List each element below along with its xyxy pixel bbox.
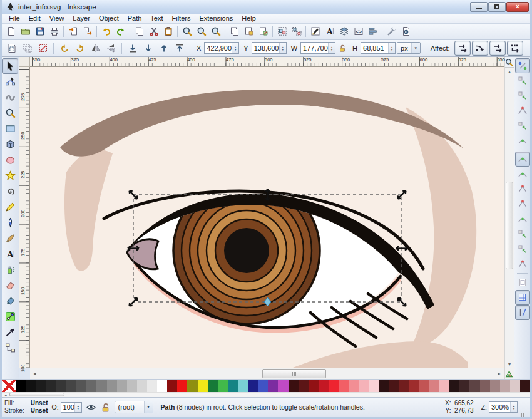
color-swatch[interactable]	[319, 380, 329, 392]
color-swatch[interactable]	[177, 380, 187, 392]
color-swatch[interactable]	[86, 380, 96, 392]
snap-bbox-edges-button[interactable]	[515, 88, 530, 103]
color-swatch[interactable]	[439, 380, 449, 392]
menu-path[interactable]: Path	[123, 14, 146, 23]
width-input[interactable]: 177,700▴▾	[300, 42, 335, 54]
color-swatch[interactable]	[248, 380, 258, 392]
zoom-to-page-button[interactable]	[208, 24, 223, 38]
color-swatch[interactable]	[490, 380, 500, 392]
new-document-button[interactable]	[4, 24, 18, 38]
color-swatch[interactable]	[339, 380, 349, 392]
tweak-tool-button[interactable]	[2, 90, 18, 105]
palette-scroll-left-arrow[interactable]: ◂	[2, 393, 9, 397]
color-swatch[interactable]	[208, 380, 218, 392]
swatch-none[interactable]	[2, 380, 16, 392]
opacity-input[interactable]: 100▴▾	[61, 402, 82, 413]
undo-button[interactable]	[99, 24, 113, 38]
color-swatch[interactable]	[76, 380, 86, 392]
maximize-button[interactable]	[488, 2, 506, 12]
cut-button[interactable]	[146, 24, 161, 38]
color-swatch[interactable]	[187, 380, 197, 392]
selector-tool-button[interactable]	[2, 58, 18, 74]
layer-selector[interactable]: (root)▼	[115, 401, 153, 413]
snap-bbox-edge-midpoints-button[interactable]	[515, 118, 530, 133]
zoom-to-drawing-button[interactable]	[194, 24, 208, 38]
raise-to-top-button[interactable]	[172, 41, 187, 55]
horizontal-scroll-thumb[interactable]	[262, 369, 326, 378]
connector-tool-button[interactable]	[2, 340, 18, 356]
zoom-input[interactable]: 300%▴▾	[489, 401, 518, 413]
paste-button[interactable]	[161, 24, 175, 38]
canvas[interactable]	[30, 67, 504, 368]
gradient-tool-button[interactable]	[2, 309, 18, 324]
color-swatch[interactable]	[459, 380, 469, 392]
box3d-tool-button[interactable]	[2, 137, 18, 152]
flip-horizontal-button[interactable]	[88, 41, 103, 55]
color-swatch[interactable]	[289, 380, 299, 392]
color-swatch[interactable]	[238, 380, 248, 392]
color-swatch[interactable]	[500, 380, 510, 392]
rotate-90-cw-button[interactable]	[73, 41, 87, 55]
color-swatch[interactable]	[268, 380, 278, 392]
menu-layer[interactable]: Layer	[68, 14, 95, 23]
color-swatch[interactable]	[520, 380, 530, 392]
snap-page-border-button[interactable]	[515, 275, 530, 290]
color-swatch[interactable]	[96, 380, 106, 392]
horizontal-scrollbar[interactable]: ◂ ▸	[30, 368, 504, 379]
color-swatch[interactable]	[117, 380, 127, 392]
select-all-button[interactable]	[4, 41, 19, 55]
pencil-tool-button[interactable]	[2, 199, 18, 215]
vertical-ruler[interactable]: 275250225200175150125100	[19, 67, 30, 368]
color-swatch[interactable]	[389, 380, 399, 392]
dropper-tool-button[interactable]	[2, 324, 18, 340]
bucket-tool-button[interactable]	[2, 293, 18, 309]
lock-ratio-button[interactable]	[337, 42, 348, 54]
color-swatch[interactable]	[167, 380, 177, 392]
color-management-icon[interactable]	[505, 369, 514, 379]
group-objects-button[interactable]	[275, 24, 289, 38]
resize-grip[interactable]	[521, 401, 528, 417]
import-button[interactable]	[66, 24, 80, 38]
color-swatch[interactable]	[26, 380, 36, 392]
close-button[interactable]: ×	[506, 2, 529, 12]
snap-bbox-corners-button[interactable]	[515, 103, 530, 118]
color-swatch[interactable]	[510, 380, 520, 392]
snap-smooth-nodes-button[interactable]	[515, 212, 530, 227]
menu-edit[interactable]: Edit	[24, 14, 45, 23]
snap-paths-button[interactable]	[515, 167, 530, 182]
print-document-button[interactable]	[47, 24, 61, 38]
color-swatch[interactable]	[379, 380, 389, 392]
scroll-down-arrow[interactable]: ▾	[505, 360, 514, 369]
color-swatch[interactable]	[429, 380, 439, 392]
xml-editor-button[interactable]	[351, 24, 366, 38]
color-swatch[interactable]	[469, 380, 479, 392]
star-tool-button[interactable]	[2, 168, 18, 184]
raise-button[interactable]	[156, 41, 171, 55]
snap-object-centers-button[interactable]	[515, 242, 530, 257]
color-swatch[interactable]	[228, 380, 238, 392]
scroll-up-arrow[interactable]: ▴	[505, 68, 514, 76]
menu-help[interactable]: Help	[237, 14, 260, 23]
color-swatch[interactable]	[127, 380, 137, 392]
color-swatch[interactable]	[409, 380, 419, 392]
color-swatch[interactable]	[198, 380, 208, 392]
rotate-90-ccw-button[interactable]	[57, 41, 71, 55]
color-swatch[interactable]	[349, 380, 359, 392]
export-button[interactable]	[80, 24, 95, 38]
snap-rotation-centers-button[interactable]	[515, 257, 530, 272]
vertical-scroll-thumb[interactable]	[506, 182, 514, 269]
menu-object[interactable]: Object	[95, 14, 123, 23]
affect-gradients-button[interactable]	[489, 41, 506, 56]
color-swatch[interactable]	[419, 380, 429, 392]
snap-line-midpoints-button[interactable]	[515, 227, 530, 242]
lower-button[interactable]	[141, 41, 155, 55]
snap-path-intersections-button[interactable]	[515, 182, 530, 197]
eraser-tool-button[interactable]	[2, 277, 18, 293]
menu-view[interactable]: View	[45, 14, 69, 23]
horizontal-ruler[interactable]: 350375400425450475500525550575600625650	[30, 57, 504, 67]
menu-extensions[interactable]: Extensions	[195, 14, 237, 23]
vertical-scrollbar[interactable]	[505, 76, 514, 360]
snap-bbox-centers-button[interactable]	[515, 133, 530, 148]
menu-file[interactable]: File	[4, 14, 24, 23]
color-swatch[interactable]	[399, 380, 409, 392]
